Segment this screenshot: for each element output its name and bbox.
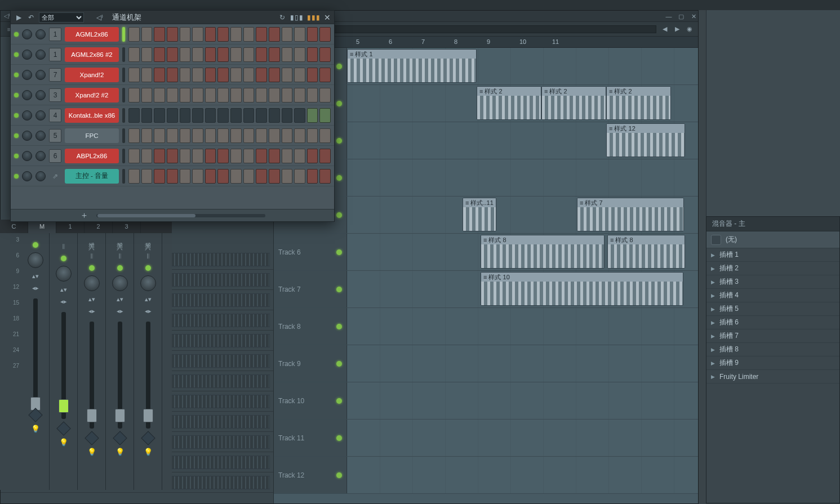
track-header[interactable]: Track 11 bbox=[274, 420, 347, 456]
step-button[interactable] bbox=[282, 169, 293, 184]
channel-select-indicator[interactable] bbox=[122, 27, 125, 42]
channel-select-indicator[interactable] bbox=[122, 68, 125, 82]
track-mute-led[interactable] bbox=[336, 175, 342, 181]
swap-icon[interactable]: ◂▸ bbox=[145, 307, 152, 315]
pan-knob[interactable] bbox=[84, 275, 100, 291]
pan-knob[interactable] bbox=[22, 110, 32, 121]
step-button[interactable] bbox=[230, 128, 242, 143]
step-button[interactable] bbox=[154, 27, 165, 42]
volume-knob[interactable] bbox=[35, 151, 46, 161]
bulb-icon[interactable]: 💡 bbox=[115, 448, 125, 456]
step-button[interactable] bbox=[167, 108, 178, 123]
step-button[interactable] bbox=[217, 88, 229, 102]
track-mute-led[interactable] bbox=[336, 398, 342, 404]
track-lane[interactable] bbox=[347, 159, 698, 196]
step-button[interactable] bbox=[282, 108, 293, 123]
volume-knob[interactable] bbox=[35, 131, 46, 141]
swap-icon[interactable]: ◂▸ bbox=[117, 307, 123, 315]
mixer-slot-row[interactable]: ▶ 插槽 1 bbox=[706, 248, 839, 262]
pattern-clip[interactable]: ≡ 样式 2 bbox=[477, 86, 541, 120]
track-header[interactable]: Track 8 bbox=[274, 308, 347, 345]
fader-track[interactable] bbox=[146, 322, 150, 429]
step-button[interactable] bbox=[205, 88, 216, 102]
channel-name-button[interactable]: Xpand!2 bbox=[65, 68, 119, 82]
fader-handle[interactable] bbox=[143, 409, 153, 422]
link-arrows-icon[interactable]: ▴▾ bbox=[32, 273, 39, 280]
step-button[interactable] bbox=[154, 47, 165, 62]
step-button[interactable] bbox=[180, 169, 191, 184]
channel-enable-led[interactable] bbox=[14, 73, 19, 77]
pattern-clip[interactable]: ≡ 样式 10 bbox=[481, 272, 683, 306]
step-button[interactable] bbox=[256, 47, 267, 62]
step-button[interactable] bbox=[167, 47, 178, 62]
fader-handle[interactable] bbox=[59, 399, 69, 413]
step-button[interactable] bbox=[154, 169, 165, 184]
step-button[interactable] bbox=[230, 149, 242, 163]
step-button[interactable] bbox=[205, 149, 216, 163]
link-arrows-icon[interactable]: ▴▾ bbox=[60, 286, 67, 293]
link-arrows-icon[interactable]: ▴▾ bbox=[88, 296, 95, 303]
step-button[interactable] bbox=[141, 27, 153, 42]
stereo-sep-icon[interactable]: ⦀ bbox=[118, 252, 121, 261]
step-button[interactable] bbox=[319, 27, 331, 42]
add-channel-button[interactable]: ＋ bbox=[80, 210, 88, 221]
mixer-route-field[interactable]: 6 bbox=[49, 149, 61, 163]
mixer-route-field[interactable]: 3 bbox=[49, 88, 61, 102]
step-button[interactable] bbox=[243, 108, 255, 123]
playlist-track-area[interactable]: 34567891011 ≡ 样式 1≡ 样式 2≡ 样式 2≡ 样式 2≡ 样式… bbox=[274, 37, 698, 503]
pan-knob[interactable] bbox=[28, 252, 43, 268]
step-button[interactable] bbox=[294, 169, 305, 184]
stereo-sep-icon[interactable]: ⦀ bbox=[62, 242, 65, 251]
step-button[interactable] bbox=[294, 108, 305, 123]
track-header[interactable]: Track 12 bbox=[274, 457, 347, 493]
channel-name-button[interactable]: AGML2x86 #2 bbox=[65, 47, 119, 62]
loop-icon[interactable]: ↻ bbox=[278, 14, 287, 21]
step-button[interactable] bbox=[205, 128, 216, 143]
step-button[interactable] bbox=[154, 108, 165, 123]
step-button[interactable] bbox=[243, 149, 255, 163]
step-button[interactable] bbox=[269, 68, 280, 82]
step-button[interactable] bbox=[128, 27, 140, 42]
step-button[interactable] bbox=[256, 169, 267, 184]
mixer-route-field[interactable]: 1 bbox=[49, 28, 61, 41]
pattern-clip[interactable]: ≡ 样式 2 bbox=[541, 86, 606, 120]
step-button[interactable] bbox=[192, 47, 203, 62]
link-arrows-icon[interactable]: ▴▾ bbox=[145, 296, 152, 303]
route-indicator[interactable] bbox=[56, 421, 70, 435]
step-button[interactable] bbox=[230, 47, 242, 62]
step-button[interactable] bbox=[307, 88, 318, 102]
step-button[interactable] bbox=[192, 27, 203, 42]
step-button[interactable] bbox=[167, 68, 178, 82]
step-button[interactable] bbox=[141, 169, 153, 184]
mixer-route-field[interactable]: 5 bbox=[49, 129, 61, 142]
playlist-scroll-right[interactable]: ▶ bbox=[671, 24, 683, 35]
channel-active-led[interactable] bbox=[33, 242, 38, 248]
window-minimize-button[interactable]: — bbox=[664, 12, 673, 21]
step-button[interactable] bbox=[230, 88, 242, 102]
track-mute-led[interactable] bbox=[336, 64, 342, 69]
pan-knob[interactable] bbox=[56, 266, 72, 282]
channel-select-indicator[interactable] bbox=[122, 128, 125, 143]
track-mute-led[interactable] bbox=[336, 472, 342, 478]
step-button[interactable] bbox=[217, 108, 229, 123]
step-button[interactable] bbox=[282, 88, 293, 102]
track-lane[interactable] bbox=[347, 308, 698, 345]
track-header[interactable]: Track 6 bbox=[274, 234, 347, 270]
track-mute-led[interactable] bbox=[336, 249, 342, 255]
stereo-sep-icon[interactable]: ⦀ bbox=[146, 252, 149, 261]
step-button[interactable] bbox=[154, 149, 165, 163]
step-button[interactable] bbox=[141, 47, 153, 62]
channel-select-indicator[interactable] bbox=[122, 149, 125, 163]
channel-name-button[interactable]: Xpand!2 #2 bbox=[65, 88, 119, 102]
track-header[interactable]: Track 9 bbox=[274, 345, 347, 382]
step-button[interactable] bbox=[128, 47, 140, 62]
mixer-slot-row[interactable]: ▶ 插槽 6 bbox=[706, 316, 839, 329]
step-button[interactable] bbox=[243, 128, 255, 143]
pattern-clip[interactable]: ≡ 样式 8 bbox=[481, 235, 605, 269]
step-button[interactable] bbox=[128, 169, 140, 184]
step-button[interactable] bbox=[230, 108, 242, 123]
step-button[interactable] bbox=[167, 27, 178, 42]
volume-knob[interactable] bbox=[35, 90, 46, 100]
step-button[interactable] bbox=[141, 149, 153, 163]
step-button[interactable] bbox=[141, 88, 153, 102]
